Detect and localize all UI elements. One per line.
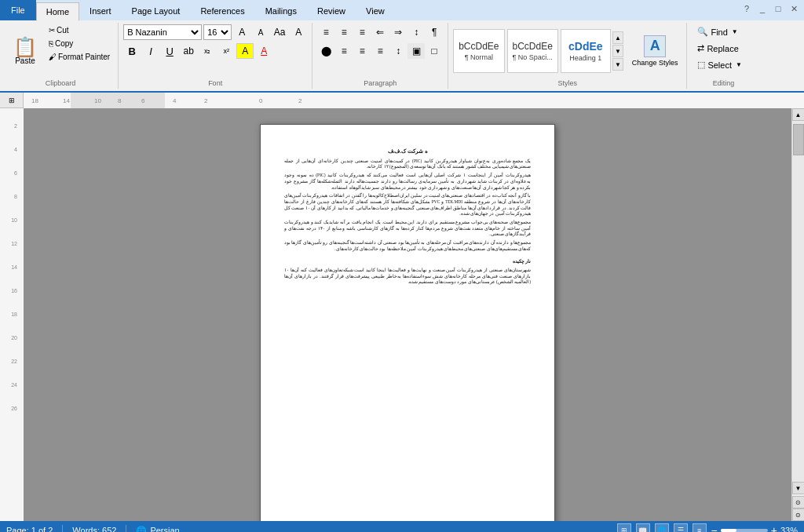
paste-icon: 📋 — [13, 38, 37, 56]
shrink-font-button[interactable]: A — [252, 24, 269, 40]
align-right-button[interactable]: ≡ — [353, 43, 371, 59]
svg-text:8: 8 — [118, 97, 122, 104]
font-name-select[interactable]: B Nazanin — [123, 24, 202, 40]
ruler-corner[interactable]: ⊞ — [0, 93, 24, 108]
align-left-button[interactable]: ⬤ — [317, 43, 334, 59]
minimize-icon[interactable]: _ — [755, 2, 769, 16]
styles-expand[interactable]: ▼ — [612, 58, 623, 71]
cut-button[interactable]: ✂ Cut — [46, 24, 113, 36]
style-normal-preview: bCcDdEe — [459, 41, 499, 52]
scroll-prev-page[interactable]: ⊙ — [792, 496, 805, 508]
tab-page-layout[interactable]: Page Layout — [122, 2, 191, 20]
tab-view[interactable]: View — [356, 2, 395, 20]
font-label: Font — [123, 78, 307, 87]
full-reading-button[interactable]: 📖 — [636, 523, 650, 532]
change-case-button[interactable]: Aa — [271, 24, 288, 40]
status-right: ⊞ 📖 🌐 ☰ ≡ − + 33% — [617, 523, 798, 532]
styles-scroll-down[interactable]: ▼ — [612, 45, 623, 57]
superscript-button[interactable]: x² — [217, 43, 235, 59]
increase-indent-button[interactable]: ⇒ — [389, 24, 407, 40]
find-button[interactable]: 🔍 Find ▼ — [692, 24, 755, 39]
language-flag-icon: 🌐 — [136, 526, 147, 533]
language-item[interactable]: 🌐 Persian — [136, 526, 179, 533]
bold-button[interactable]: B — [123, 43, 141, 59]
horizontal-ruler: 18 14 10 8 6 4 2 0 2 — [24, 93, 804, 108]
tab-home[interactable]: Home — [36, 2, 79, 21]
tab-file[interactable]: File — [0, 0, 36, 20]
sort-button[interactable]: ↕ — [407, 24, 425, 40]
zoom-bar: − + 33% — [711, 525, 798, 532]
style-heading1[interactable]: cDdEe Heading 1 — [561, 29, 611, 73]
para-group-content: ≡ ≡ ≡ ⇐ ⇒ ↕ ¶ ⬤ ≡ ≡ ≡ ↕ ▣ □ — [317, 24, 443, 78]
scroll-thumb[interactable] — [793, 124, 804, 155]
paste-button[interactable]: 📋 Paste — [8, 24, 42, 78]
document-area[interactable]: ه شرکت ک.ف.ف یک مجمع شاد‌ه‌وری‌ به‌ع‌نوا… — [24, 108, 791, 521]
scroll-next-page[interactable]: ⊙ — [792, 508, 805, 521]
status-sep-1 — [62, 525, 63, 532]
change-styles-label: Change Styles — [632, 59, 678, 67]
svg-text:10: 10 — [94, 97, 101, 104]
underline-button[interactable]: U — [161, 43, 178, 59]
styles-scroll-buttons: ▲ ▼ ▼ — [612, 31, 623, 71]
format-painter-button[interactable]: 🖌 Format Painter — [46, 51, 113, 63]
select-button[interactable]: ⬚ Select ▼ — [692, 57, 755, 72]
status-bar: Page: 1 of 2 Words: 652 🌐 Persian ⊞ 📖 🌐 … — [0, 521, 804, 532]
italic-button[interactable]: I — [142, 43, 159, 59]
decrease-indent-button[interactable]: ⇐ — [371, 24, 389, 40]
print-layout-button[interactable]: ⊞ — [617, 523, 631, 532]
help-icon[interactable]: ? — [740, 2, 754, 16]
copy-button[interactable]: ⎘ Copy — [46, 38, 113, 49]
style-heading1-preview: cDdEe — [568, 40, 603, 53]
multilevel-button[interactable]: ≡ — [353, 24, 371, 40]
outline-button[interactable]: ☰ — [674, 523, 688, 532]
vertical-scrollbar[interactable]: ▲ ▼ ⊙ ⊙ — [791, 108, 804, 521]
justify-button[interactable]: ≡ — [371, 43, 389, 59]
line-spacing-button[interactable]: ↕ — [389, 43, 407, 59]
editing-label: Editing — [692, 78, 755, 87]
scroll-down-arrow[interactable]: ▼ — [792, 482, 805, 494]
draft-button[interactable]: ≡ — [693, 523, 707, 532]
close-icon[interactable]: ✕ — [787, 2, 801, 16]
svg-text:6: 6 — [141, 97, 145, 104]
subscript-button[interactable]: x₂ — [199, 43, 216, 59]
font-color-button[interactable]: A — [255, 43, 272, 59]
tab-review[interactable]: Review — [307, 2, 356, 20]
font-row-1: B Nazanin 16 A A Aa A — [123, 24, 307, 40]
styles-scroll-up[interactable]: ▲ — [612, 31, 623, 44]
svg-text:16: 16 — [11, 288, 17, 293]
scroll-up-arrow[interactable]: ▲ — [792, 108, 805, 121]
svg-text:24: 24 — [11, 382, 17, 388]
change-styles-button[interactable]: A Change Styles — [628, 24, 682, 78]
clear-formatting-button[interactable]: A — [290, 24, 307, 40]
editing-group: 🔍 Find ▼ ⇄ Replace ⬚ Select ▼ Editing — [687, 23, 759, 89]
border-button[interactable]: □ — [426, 43, 443, 59]
grow-font-button[interactable]: A — [233, 24, 250, 40]
editing-content: 🔍 Find ▼ ⇄ Replace ⬚ Select ▼ — [692, 24, 755, 78]
web-layout-button[interactable]: 🌐 — [655, 523, 669, 532]
style-no-spacing[interactable]: bCcDdEe ¶ No Spaci... — [507, 29, 558, 73]
tab-mailings[interactable]: Mailings — [255, 2, 307, 20]
svg-text:4: 4 — [14, 147, 17, 152]
align-center-button[interactable]: ≡ — [335, 43, 353, 59]
format-painter-icon: 🖌 — [49, 53, 57, 61]
style-normal[interactable]: bCcDdEe ¶ Normal — [453, 29, 504, 73]
svg-text:2: 2 — [14, 123, 17, 129]
strikethrough-button[interactable]: ab — [180, 43, 197, 59]
zoom-slider[interactable] — [721, 529, 768, 532]
numbering-button[interactable]: ≡ — [335, 24, 353, 40]
font-size-select[interactable]: 16 — [203, 24, 232, 40]
tab-references[interactable]: References — [190, 2, 254, 20]
tab-insert[interactable]: Insert — [79, 2, 122, 20]
bullets-button[interactable]: ≡ — [317, 24, 334, 40]
show-marks-button[interactable]: ¶ — [426, 24, 443, 40]
replace-icon: ⇄ — [697, 43, 704, 53]
shading-button[interactable]: ▣ — [407, 43, 425, 59]
highlight-button[interactable]: A — [236, 43, 254, 59]
find-label: Find — [711, 27, 727, 37]
maximize-icon[interactable]: □ — [771, 2, 785, 16]
zoom-out-button[interactable]: − — [711, 525, 718, 532]
font-row-2: B I U ab x₂ x² A A — [123, 43, 272, 59]
zoom-in-button[interactable]: + — [771, 525, 777, 532]
scroll-track[interactable] — [792, 121, 805, 482]
replace-button[interactable]: ⇄ Replace — [692, 41, 755, 56]
